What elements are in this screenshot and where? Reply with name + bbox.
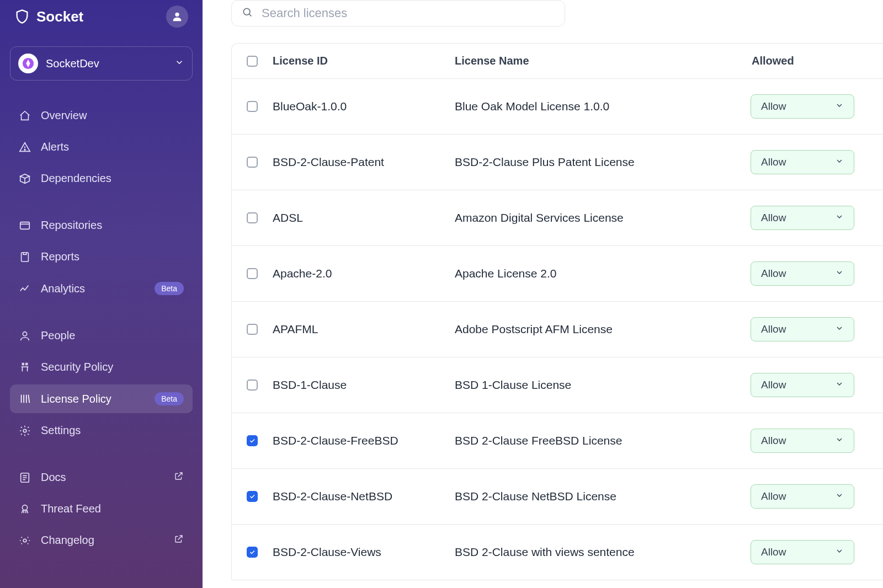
allow-label: Allow bbox=[761, 435, 786, 447]
sidebar-item-label: Changelog bbox=[41, 534, 94, 547]
beta-badge: Beta bbox=[155, 282, 184, 295]
row-checkbox[interactable] bbox=[247, 212, 258, 223]
svg-point-8 bbox=[22, 505, 27, 510]
license-id: BSD-2-Clause-Patent bbox=[273, 156, 455, 169]
search-bar[interactable] bbox=[231, 0, 565, 26]
table-row: BSD-2-Clause-PatentBSD-2-Clause Plus Pat… bbox=[232, 134, 883, 190]
allow-dropdown[interactable]: Allow bbox=[751, 150, 854, 174]
chevron-down-icon bbox=[835, 156, 844, 168]
external-link-icon bbox=[174, 534, 184, 547]
sidebar-item-repositories[interactable]: Repositories bbox=[10, 211, 193, 239]
allow-dropdown[interactable]: Allow bbox=[751, 317, 854, 341]
sidebar-item-people[interactable]: People bbox=[10, 322, 193, 350]
alert-icon bbox=[19, 141, 31, 153]
sidebar-item-settings[interactable]: Settings bbox=[10, 416, 193, 445]
chevron-down-icon bbox=[835, 100, 844, 113]
svg-point-9 bbox=[23, 539, 26, 542]
settings-icon bbox=[19, 425, 31, 437]
external-link-icon bbox=[174, 471, 184, 484]
table-header: License ID License Name Allowed bbox=[232, 44, 883, 78]
license-id: Apache-2.0 bbox=[273, 267, 455, 280]
license-name: BSD 2-Clause NetBSD License bbox=[455, 490, 751, 503]
sidebar-item-docs[interactable]: Docs bbox=[10, 463, 193, 491]
sidebar-item-label: Reports bbox=[41, 250, 79, 263]
reports-icon bbox=[19, 251, 31, 263]
sidebar-item-label: Settings bbox=[41, 424, 81, 437]
avatar[interactable] bbox=[166, 6, 188, 28]
allow-label: Allow bbox=[761, 268, 786, 280]
chevron-down-icon bbox=[835, 490, 844, 503]
main-content: License ID License Name Allowed BlueOak-… bbox=[203, 0, 883, 588]
svg-point-5 bbox=[23, 332, 26, 335]
allow-dropdown[interactable]: Allow bbox=[751, 261, 854, 286]
row-checkbox[interactable] bbox=[247, 157, 258, 168]
row-checkbox[interactable] bbox=[247, 268, 258, 279]
row-checkbox[interactable] bbox=[247, 547, 258, 558]
repo-icon bbox=[19, 220, 31, 232]
allow-label: Allow bbox=[761, 156, 786, 168]
sidebar-item-label: License Policy bbox=[41, 393, 111, 405]
sidebar: Socket SocketDev OverviewAlertsDependenc… bbox=[0, 0, 203, 588]
allow-dropdown[interactable]: Allow bbox=[751, 94, 854, 119]
sidebar-item-dependencies[interactable]: Dependencies bbox=[10, 164, 193, 193]
license-id: BSD-2-Clause-NetBSD bbox=[273, 490, 455, 503]
sidebar-item-label: Alerts bbox=[41, 141, 69, 153]
license-name: BSD 1-Clause License bbox=[455, 378, 751, 392]
threat-icon bbox=[19, 503, 31, 515]
license-name: BSD 2-Clause FreeBSD License bbox=[455, 434, 751, 447]
row-checkbox[interactable] bbox=[247, 491, 258, 502]
row-checkbox[interactable] bbox=[247, 101, 258, 112]
allow-dropdown[interactable]: Allow bbox=[751, 484, 854, 509]
org-logo-icon bbox=[18, 54, 38, 73]
row-checkbox[interactable] bbox=[247, 379, 258, 391]
sidebar-item-security-policy[interactable]: Security Policy bbox=[10, 353, 193, 381]
chevron-down-icon bbox=[835, 435, 844, 447]
column-header-id: License ID bbox=[273, 55, 455, 67]
search-icon bbox=[242, 7, 253, 20]
column-header-name: License Name bbox=[455, 55, 751, 67]
allow-label: Allow bbox=[761, 212, 786, 224]
license-id: BSD-2-Clause-Views bbox=[273, 546, 455, 559]
chevron-down-icon bbox=[835, 379, 844, 391]
column-header-allowed: Allowed bbox=[751, 55, 883, 67]
home-icon bbox=[19, 110, 31, 122]
select-all-checkbox[interactable] bbox=[247, 56, 258, 67]
license-id: BSD-2-Clause-FreeBSD bbox=[273, 434, 455, 447]
table-row: APAFMLAdobe Postscript AFM LicenseAllow bbox=[232, 301, 883, 357]
allow-label: Allow bbox=[761, 546, 786, 558]
sidebar-item-label: Analytics bbox=[41, 282, 85, 295]
allow-label: Allow bbox=[761, 100, 786, 113]
table-row: BSD-1-ClauseBSD 1-Clause LicenseAllow bbox=[232, 357, 883, 413]
svg-point-2 bbox=[24, 149, 25, 150]
allow-dropdown[interactable]: Allow bbox=[751, 206, 854, 230]
allow-dropdown[interactable]: Allow bbox=[751, 540, 854, 564]
sidebar-item-changelog[interactable]: Changelog bbox=[10, 526, 193, 554]
allow-label: Allow bbox=[761, 490, 786, 503]
sidebar-item-license-policy[interactable]: License PolicyBeta bbox=[10, 384, 193, 413]
table-row: Apache-2.0Apache License 2.0Allow bbox=[232, 245, 883, 301]
row-checkbox[interactable] bbox=[247, 324, 258, 335]
sidebar-item-label: Security Policy bbox=[41, 361, 113, 373]
search-input[interactable] bbox=[262, 6, 555, 20]
license-id: ADSL bbox=[273, 211, 455, 224]
sidebar-item-overview[interactable]: Overview bbox=[10, 101, 193, 130]
sidebar-item-alerts[interactable]: Alerts bbox=[10, 133, 193, 161]
allow-dropdown[interactable]: Allow bbox=[751, 429, 854, 453]
license-name: Apache License 2.0 bbox=[455, 267, 751, 280]
row-checkbox[interactable] bbox=[247, 435, 258, 446]
sidebar-item-analytics[interactable]: AnalyticsBeta bbox=[10, 274, 193, 303]
licenses-table: License ID License Name Allowed BlueOak-… bbox=[231, 43, 883, 580]
brand: Socket bbox=[10, 0, 193, 30]
allow-dropdown[interactable]: Allow bbox=[751, 373, 854, 397]
chevron-down-icon bbox=[835, 546, 844, 558]
license-name: BSD 2-Clause with views sentence bbox=[455, 546, 751, 559]
svg-rect-3 bbox=[20, 222, 30, 229]
table-row: BSD-2-Clause-ViewsBSD 2-Clause with view… bbox=[232, 524, 883, 580]
sidebar-item-threat-feed[interactable]: Threat Feed bbox=[10, 495, 193, 523]
org-switcher[interactable]: SocketDev bbox=[10, 46, 193, 81]
svg-point-0 bbox=[175, 13, 179, 17]
sidebar-item-label: Repositories bbox=[41, 219, 102, 232]
license-name: BSD-2-Clause Plus Patent License bbox=[455, 156, 751, 169]
sidebar-item-reports[interactable]: Reports bbox=[10, 243, 193, 271]
sidebar-item-label: People bbox=[41, 329, 75, 342]
